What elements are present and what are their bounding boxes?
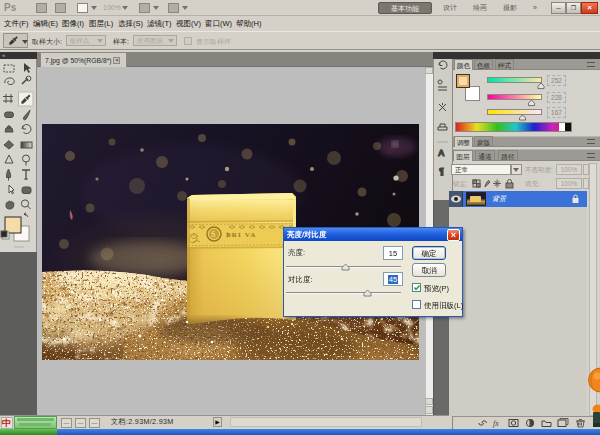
svg-text:A: A [438,148,445,158]
svg-text:fx: fx [493,419,499,428]
svg-text:¶: ¶ [439,166,444,176]
svg-text:BRI VA: BRI VA [226,231,256,239]
svg-text:S: S [211,230,216,239]
